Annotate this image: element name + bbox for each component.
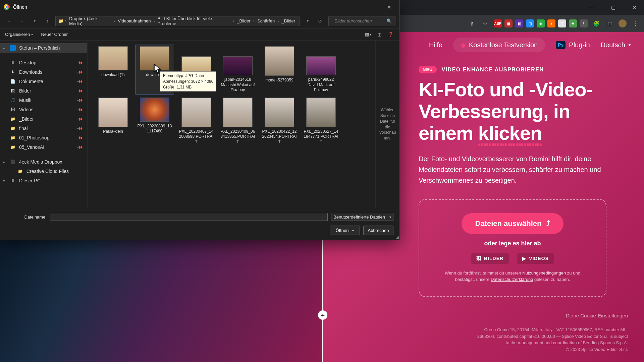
dialog-body: ▸Stefan – Persönlich🖥Desktop📌⬇Downloads📌…: [0, 41, 399, 208]
nav-language[interactable]: Deutsch▾: [601, 41, 631, 49]
sidebar-item-4eck-media-dropbox[interactable]: ▸⬛4eck Media Dropbox: [0, 157, 87, 167]
sidebar-item--bilder[interactable]: 📁_Bilder📌: [0, 114, 87, 124]
file-item[interactable]: PXL_20230407_142008698.PORTRAIT: [177, 96, 216, 146]
cancel-button[interactable]: Abbrechen: [363, 226, 393, 235]
nav-plugin[interactable]: PsPlug-in: [556, 41, 590, 49]
sidebar-item-creative-cloud-files[interactable]: 📁Creative Cloud Files: [0, 167, 87, 176]
breadcrumb-segment[interactable]: Dropbox (4eck Media): [68, 16, 112, 26]
extensions-icon[interactable]: 🧩: [592, 19, 601, 28]
sidebar-item-musik[interactable]: 🎵Musik📌: [0, 96, 87, 105]
file-grid[interactable]: download (1)downloadgirl-4839005_Engin A…: [88, 41, 375, 208]
nav-trial[interactable]: ◆Kostenlose Testversion: [453, 38, 545, 52]
terms-link[interactable]: Nutzungsbedingungen: [522, 270, 566, 276]
file-thumbnail: [98, 98, 128, 127]
comparison-slider-handle[interactable]: ◂▸: [318, 310, 327, 320]
close-button[interactable]: ✕: [628, 2, 641, 12]
extension-ext2[interactable]: ▦: [504, 19, 513, 27]
file-type-images[interactable]: 🖼BILDER: [471, 253, 509, 264]
file-thumbnail: [140, 46, 169, 70]
extension-ext5[interactable]: ◆: [537, 19, 545, 27]
hero-badge[interactable]: NEU VIDEO ENHANCE AUSPROBIEREN: [419, 66, 628, 73]
sidebar-item-label: final: [19, 126, 28, 131]
file-item[interactable]: model-5279359: [260, 45, 299, 95]
refresh-button[interactable]: ⟳: [316, 16, 325, 26]
file-type-videos[interactable]: ▶VIDEOS: [517, 253, 554, 264]
extension-abp[interactable]: ABP: [494, 19, 502, 27]
extension-ext4[interactable]: ◫: [526, 19, 534, 27]
file-item[interactable]: PXL_20220809_131117480: [135, 96, 174, 146]
nav-recent-button[interactable]: ▾: [30, 16, 39, 26]
file-item[interactable]: PXL_20230409_063413855.PORTRAIT: [218, 96, 257, 146]
extension-ext6[interactable]: ●: [547, 19, 555, 27]
sidebar-item-05-vanceai[interactable]: 📁05_VanceAI📌: [0, 142, 87, 152]
preview-toggle-button[interactable]: ◫: [375, 31, 383, 39]
extension-ext8[interactable]: ✚: [569, 19, 577, 27]
sidepanel-icon[interactable]: ◫: [605, 19, 614, 28]
nav-back-button[interactable]: ←: [4, 16, 14, 26]
breadcrumb-segment[interactable]: Bild-KI im Überblick für viele Probleme: [156, 16, 231, 26]
extension-ext3[interactable]: ◧: [515, 19, 523, 27]
open-button[interactable]: Öffnen▾: [330, 226, 360, 235]
maximize-button[interactable]: ▢: [606, 2, 620, 12]
new-folder-button[interactable]: Neuer Ordner: [41, 32, 67, 37]
share-icon[interactable]: ⇪: [467, 19, 476, 28]
view-mode-button[interactable]: ▦▾: [364, 31, 372, 39]
sidebar-item-bilder[interactable]: 🖼Bilder📌: [0, 86, 87, 96]
file-item[interactable]: PXL_20230527_141847771.PORTRAIT: [302, 96, 340, 146]
nav-up-button[interactable]: ↑: [43, 16, 52, 26]
breadcrumb-segment[interactable]: _Bilder: [280, 18, 297, 23]
organize-menu[interactable]: Organisieren▾: [5, 32, 33, 37]
help-button[interactable]: ❓: [387, 31, 395, 39]
browser-menu-icon[interactable]: ⋮: [631, 19, 640, 28]
loc-icon: 🎵: [10, 97, 16, 103]
file-item[interactable]: Paula-klein: [94, 96, 132, 146]
sidebar-item-dokumente[interactable]: 📄Dokumente📌: [0, 77, 87, 86]
cookie-settings-link[interactable]: Deine Cookie-Einstellungen: [566, 313, 628, 318]
sidebar-item-desktop[interactable]: 🖥Desktop📌: [0, 58, 87, 67]
extension-ext7[interactable]: ◯: [558, 19, 566, 27]
dialog-title: Öffnen: [13, 4, 27, 10]
dialog-close-button[interactable]: ✕: [383, 2, 396, 12]
preview-pane: Wählen Sie eine Datei für die Vorschau a…: [375, 41, 399, 208]
filename-input[interactable]: [50, 213, 328, 221]
extension-ext9[interactable]: ⋮: [580, 19, 588, 27]
sidebar-item-stefan-pers-nlich[interactable]: ▸Stefan – Persönlich: [0, 43, 87, 53]
bookmark-star-icon[interactable]: ☆: [480, 19, 490, 28]
sidebar-item-01-photoshop[interactable]: 📁01_Photoshop📌: [0, 133, 87, 142]
upload-dropzone[interactable]: Dateien auswählen ⤴ oder lege es hier ab…: [419, 199, 606, 297]
breadcrumb-segment[interactable]: Videoaufnahmen: [116, 18, 152, 23]
profile-avatar[interactable]: [619, 19, 627, 27]
file-thumbnail: [181, 98, 211, 127]
file-item[interactable]: download (1): [94, 45, 132, 95]
chevron-right-icon[interactable]: ▸: [3, 160, 5, 164]
sidebar-item-downloads[interactable]: ⬇Downloads📌: [0, 67, 87, 77]
breadcrumb-segment[interactable]: _Bilder: [235, 18, 252, 23]
breadcrumb-segment[interactable]: Schärfen: [256, 18, 276, 23]
sidebar-item-final[interactable]: 📁final📌: [0, 124, 87, 133]
hero-section: NEU VIDEO ENHANCE AUSPROBIEREN KI-Foto u…: [402, 58, 644, 317]
personal-icon: [10, 45, 16, 51]
search-input[interactable]: _Bilder durchsuchen 🔍: [328, 16, 395, 26]
resize-grip[interactable]: ◢: [394, 234, 399, 239]
loc-icon: 🖼: [10, 88, 16, 94]
file-item[interactable]: japan-2014618 Masashi Wakui auf Pixabay: [218, 45, 257, 95]
privacy-link[interactable]: Datenschutzerklärung: [491, 277, 533, 282]
file-item[interactable]: paris-2499022 David Mark auf Pixabay: [302, 45, 340, 95]
sidebar-item-label: Downloads: [19, 69, 42, 75]
filetype-select[interactable]: Benutzerdefinierte Dateien▾: [331, 213, 393, 221]
file-item[interactable]: PXL_20230422_122623454.PORTRAIT: [260, 96, 299, 146]
breadcrumb-dropdown[interactable]: ▾: [303, 16, 312, 26]
sidebar-item-videos[interactable]: 🎞Videos📌: [0, 105, 87, 114]
nav-forward-button[interactable]: →: [17, 16, 26, 26]
nav-help[interactable]: Hilfe: [429, 41, 442, 49]
folder-icon: 📁: [58, 18, 64, 23]
chevron-right-icon[interactable]: ▸: [3, 46, 5, 50]
sidebar-item-dieser-pc[interactable]: ▾🖥Dieser PC: [0, 176, 87, 185]
breadcrumb-bar[interactable]: 📁 › Dropbox (4eck Media)›Videoaufnahmen›…: [55, 16, 300, 26]
file-name: japan-2014618 Masashi Wakui auf Pixabay: [220, 77, 256, 93]
minimize-button[interactable]: —: [585, 2, 598, 12]
sidebar-item-label: _Bilder: [19, 116, 34, 122]
sidebar-tree[interactable]: ▸Stefan – Persönlich🖥Desktop📌⬇Downloads📌…: [0, 41, 88, 208]
select-files-button[interactable]: Dateien auswählen ⤴: [462, 213, 563, 234]
chevron-down-icon[interactable]: ▾: [3, 179, 5, 183]
